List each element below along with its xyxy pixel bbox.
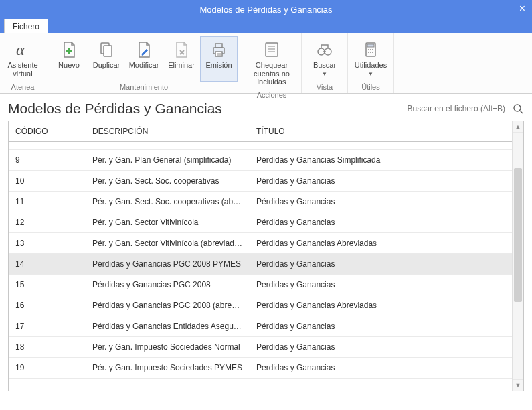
table-row[interactable]: 14Pérdidas y Ganancias PGC 2008 PYMESPer… [9, 254, 512, 275]
window-title: Modelos de Pérdidas y Ganancias [199, 5, 332, 15]
svg-point-18 [370, 49, 371, 50]
asistente-virtual-button[interactable]: α Asistente virtual [4, 36, 41, 82]
binoculars-icon [315, 40, 335, 60]
cell-codigo: 11 [9, 192, 86, 212]
print-icon [209, 40, 229, 60]
scroll-thumb[interactable] [514, 168, 522, 302]
emision-button[interactable]: Emisión [200, 36, 238, 82]
data-grid: CÓDIGO DESCRIPCIÓN TÍTULO 9Pér. y Gan. P… [8, 121, 524, 391]
table-row-gap [9, 142, 512, 150]
cell-titulo: Perdidas y Ganancias [250, 254, 512, 275]
search-input[interactable] [393, 103, 507, 114]
cell-codigo: 13 [9, 233, 86, 254]
ribbon-group-mantenimiento: Nuevo Duplicar Modificar Eliminar [46, 33, 242, 93]
ribbon-group-acciones: Chequear cuentas no incluidas Acciones [242, 33, 302, 93]
tab-fichero[interactable]: Fichero [4, 19, 48, 33]
cell-descripcion: Pér. y Gan. Impuesto Sociedades PYMES [86, 358, 250, 379]
table-row[interactable]: 13Pér. y Gan. Sector Vitivinícola (abrev… [9, 233, 512, 254]
cell-titulo: Perdidas y Ganancias Abreviadas [250, 295, 512, 316]
cell-codigo: 19 [9, 358, 86, 379]
table-row[interactable]: 18Pér. y Gan. Impuesto Sociedades Normal… [9, 337, 512, 358]
alpha-icon: α [13, 40, 33, 60]
cell-titulo: Pérdidas y Ganancias [250, 171, 512, 192]
cell-titulo: Perdidas y Ganancias [250, 337, 512, 358]
column-header-codigo[interactable]: CÓDIGO [9, 121, 86, 142]
cell-descripcion: Pér. y Gan. Sect. Soc. cooperativas (abr… [86, 192, 250, 212]
utilidades-button[interactable]: Utilidades ▼ [352, 36, 389, 82]
ribbon-group-title-atenea: Atenea [11, 82, 35, 94]
table-row[interactable]: 12Pér. y Gan. Sector VitivinícolaPérdida… [9, 212, 512, 233]
ribbon-group-title-acciones: Acciones [257, 90, 287, 102]
cell-descripcion: Pérdidas y Ganancias PGC 2008 PYMES [86, 254, 250, 275]
chequear-cuentas-label: Chequear cuentas no incluidas [248, 61, 295, 86]
vertical-scrollbar[interactable]: ▲ ▼ [512, 121, 523, 391]
cell-descripcion: Pér. y Gan. Sect. Soc. cooperativas [86, 171, 250, 192]
tab-strip: Fichero [0, 19, 532, 33]
cell-titulo: Pérdidas y Ganancias [250, 212, 512, 233]
cell-descripcion: Pér. y Gan. Sector Vitivinícola [86, 212, 250, 233]
cell-codigo: 12 [9, 212, 86, 233]
svg-rect-16 [367, 44, 374, 47]
svg-rect-8 [266, 43, 278, 56]
ribbon-group-vista: Buscar ▼ Vista [302, 33, 348, 93]
search-area [393, 102, 524, 115]
cell-titulo: Pérdidas y Ganancias [250, 316, 512, 337]
duplicate-icon [96, 40, 116, 60]
cell-titulo: Perdidas y Ganancias [250, 358, 512, 379]
buscar-label: Buscar [313, 61, 336, 70]
ribbon-group-title-mantenimiento: Mantenimiento [120, 82, 168, 94]
cell-descripcion: Pér. y Gan. Impuesto Sociedades Normal [86, 337, 250, 358]
search-icon[interactable] [512, 102, 524, 115]
column-header-descripcion[interactable]: DESCRIPCIÓN [86, 121, 250, 142]
cell-titulo: Pérdidas y Ganancias [250, 192, 512, 212]
table-row[interactable]: 17Pérdidas y Ganancias Entidades Asegura… [9, 316, 512, 337]
svg-text:α: α [16, 41, 25, 58]
cell-codigo: 10 [9, 171, 86, 192]
table-row[interactable]: 19Pér. y Gan. Impuesto Sociedades PYMESP… [9, 358, 512, 379]
cell-descripcion: Pérdidas y Ganancias PGC 2008 (abreviada… [86, 295, 250, 316]
cell-codigo: 9 [9, 150, 86, 171]
chequear-cuentas-button[interactable]: Chequear cuentas no incluidas [246, 36, 297, 90]
cell-titulo: Perdidas y Ganancias [250, 275, 512, 295]
buscar-button[interactable]: Buscar ▼ [306, 36, 343, 82]
ribbon: α Asistente virtual Atenea Nuevo Duplica… [0, 33, 532, 94]
cell-descripcion: Pér. y Gan. Plan General (simplificada) [86, 150, 250, 171]
svg-line-24 [520, 111, 523, 113]
models-table: CÓDIGO DESCRIPCIÓN TÍTULO 9Pér. y Gan. P… [9, 121, 512, 379]
eliminar-button[interactable]: Eliminar [163, 36, 200, 82]
nuevo-label: Nuevo [58, 61, 80, 70]
ribbon-group-title-vista: Vista [317, 82, 333, 94]
cell-codigo: 14 [9, 254, 86, 275]
modificar-button[interactable]: Modificar [125, 36, 163, 82]
asistente-virtual-label: Asistente virtual [6, 61, 39, 78]
cell-titulo: Pérdidas y Ganancias Simplificada [250, 150, 512, 171]
scroll-up-icon[interactable]: ▲ [513, 121, 523, 133]
table-row[interactable]: 16Pérdidas y Ganancias PGC 2008 (abrevia… [9, 295, 512, 316]
emision-label: Emisión [205, 61, 232, 70]
close-icon[interactable]: × [519, 3, 525, 15]
list-check-icon [262, 40, 282, 60]
chevron-down-icon: ▼ [322, 71, 327, 77]
cell-titulo: Pérdidas y Ganancias Abreviadas [250, 233, 512, 254]
svg-point-23 [514, 105, 521, 111]
table-row[interactable]: 11Pér. y Gan. Sect. Soc. cooperativas (a… [9, 192, 512, 212]
svg-rect-4 [215, 44, 222, 48]
ribbon-group-title-utiles: Útiles [361, 82, 380, 94]
page-title: Modelos de Pérdidas y Ganancias [8, 100, 222, 117]
table-row[interactable]: 10Pér. y Gan. Sect. Soc. cooperativasPér… [9, 171, 512, 192]
utilidades-label: Utilidades [355, 61, 387, 70]
cell-descripcion: Pérdidas y Ganancias Entidades Asegurado… [86, 316, 250, 337]
cell-codigo: 17 [9, 316, 86, 337]
cell-codigo: 18 [9, 337, 86, 358]
calculator-icon [361, 40, 381, 60]
column-header-titulo[interactable]: TÍTULO [250, 121, 512, 142]
svg-point-21 [370, 52, 371, 53]
ribbon-group-atenea: α Asistente virtual Atenea [0, 33, 46, 93]
scroll-down-icon[interactable]: ▼ [513, 379, 523, 391]
table-row[interactable]: 15Pérdidas y Ganancias PGC 2008Perdidas … [9, 275, 512, 295]
window-titlebar: Modelos de Pérdidas y Ganancias × [0, 0, 532, 19]
duplicar-button[interactable]: Duplicar [88, 36, 125, 82]
table-row[interactable]: 9Pér. y Gan. Plan General (simplificada)… [9, 150, 512, 171]
cell-descripcion: Pér. y Gan. Sector Vitivinícola (abrevia… [86, 233, 250, 254]
nuevo-button[interactable]: Nuevo [50, 36, 88, 82]
